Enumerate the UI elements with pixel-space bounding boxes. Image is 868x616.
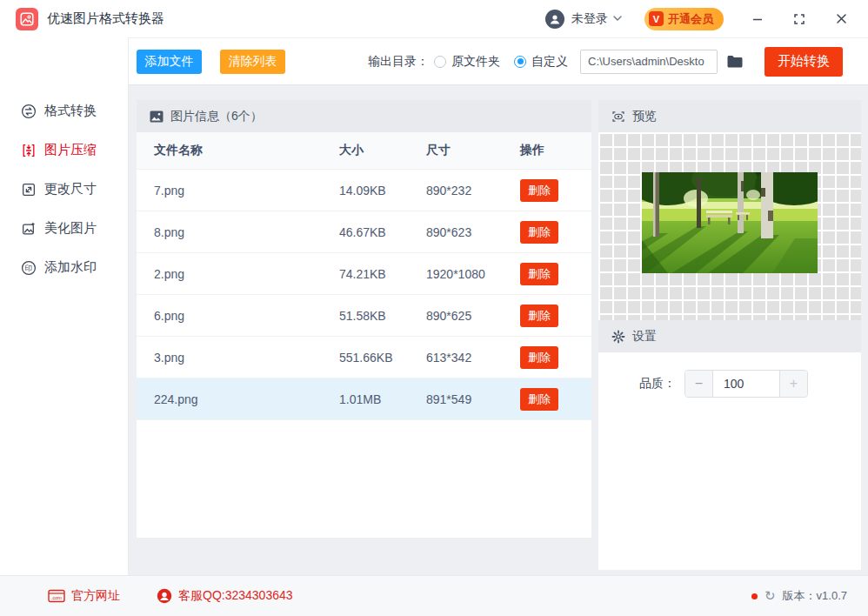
official-website-label: 官方网址 (71, 588, 120, 604)
quality-decrease-button[interactable]: − (685, 371, 713, 397)
file-action-cell: 删除 (520, 346, 591, 369)
clear-list-button[interactable]: 清除列表 (220, 50, 285, 74)
file-action-cell: 删除 (520, 305, 591, 327)
file-size-cell: 74.21KB (339, 267, 426, 281)
sidebar-item-label: 格式转换 (44, 103, 97, 119)
status-dot (751, 593, 758, 599)
table-row[interactable]: 224.png 1.01MB 891*549 删除 (137, 378, 591, 420)
file-action-cell: 删除 (520, 179, 591, 202)
output-path-input[interactable] (580, 50, 718, 74)
version-area: ↻ 版本：v1.0.7 (751, 588, 847, 604)
sidebar-item-image-compress[interactable]: 图片压缩 (0, 131, 128, 170)
image-compress-icon (21, 143, 37, 158)
maximize-button[interactable] (791, 11, 807, 27)
output-dir-label: 输出目录： (368, 54, 429, 70)
delete-button[interactable]: 删除 (520, 346, 558, 369)
app-window: 优速图片格式转换器 未登录 V 开通会员 (0, 0, 868, 616)
sidebar-item-label: 添加水印 (44, 259, 97, 276)
table-row[interactable]: 6.png 51.58KB 890*625 删除 (137, 295, 591, 337)
quality-stepper: − + (684, 370, 808, 398)
sidebar-item-resize[interactable]: 更改尺寸 (0, 170, 128, 209)
table-row[interactable]: 2.png 74.21KB 1920*1080 删除 (137, 253, 591, 295)
settings-title: 设置 (632, 329, 657, 345)
preview-title: 预览 (632, 109, 657, 124)
file-name-cell: 224.png (154, 392, 339, 406)
col-action: 操作 (520, 143, 591, 158)
delete-button[interactable]: 删除 (520, 263, 558, 285)
footer-bar: .com 官方网址 客服QQ:3234303643 ↻ 版本：v1.0.7 (0, 575, 868, 616)
file-info-header: 图片信息（6个） (137, 100, 591, 132)
quality-increase-button[interactable]: + (779, 371, 807, 397)
file-name-cell: 6.png (154, 309, 339, 323)
service-qq-link[interactable]: 客服QQ:3234303643 (157, 588, 293, 604)
col-size: 大小 (339, 143, 426, 158)
file-action-cell: 删除 (520, 263, 591, 285)
file-size-cell: 51.58KB (339, 309, 426, 323)
file-info-title: 图片信息（6个） (170, 109, 263, 124)
service-qq-label: 客服QQ:3234303643 (178, 588, 293, 604)
right-panel: 预览 (598, 100, 861, 570)
table-row[interactable]: 7.png 14.09KB 890*232 删除 (137, 170, 591, 211)
folder-icon (726, 54, 744, 69)
preview-image[interactable] (642, 172, 818, 273)
beautify-image-icon (21, 221, 37, 237)
sidebar-item-watermark[interactable]: 印 添加水印 (0, 248, 128, 287)
file-dims-cell: 890*232 (426, 184, 520, 198)
radio-custom[interactable]: 自定义 (514, 54, 568, 70)
delete-button[interactable]: 删除 (520, 179, 558, 202)
sidebar-item-label: 图片压缩 (44, 142, 97, 158)
vip-button-label: 开通会员 (668, 11, 713, 27)
file-size-cell: 14.09KB (339, 184, 426, 198)
open-vip-button[interactable]: V 开通会员 (644, 8, 724, 30)
app-title: 优速图片格式转换器 (47, 10, 164, 27)
login-status[interactable]: 未登录 (571, 11, 608, 27)
customer-service-icon (157, 588, 172, 604)
start-convert-button[interactable]: 开始转换 (765, 47, 843, 77)
file-name-cell: 3.png (154, 351, 339, 365)
chevron-down-icon[interactable] (613, 16, 622, 22)
file-action-cell: 删除 (520, 388, 591, 411)
file-name-cell: 8.png (154, 225, 339, 239)
add-files-button[interactable]: 添加文件 (137, 50, 202, 74)
toolbar: 添加文件 清除列表 输出目录： 原文件夹 自定义 开始转换 (129, 37, 868, 85)
file-dims-cell: 613*342 (426, 351, 520, 365)
delete-button[interactable]: 删除 (520, 388, 558, 411)
sidebar-item-format-convert[interactable]: 格式转换 (0, 91, 128, 131)
close-button[interactable] (833, 11, 849, 27)
sidebar-item-label: 更改尺寸 (44, 181, 97, 198)
file-size-cell: 551.66KB (339, 351, 426, 365)
sidebar-item-label: 美化图片 (44, 220, 97, 237)
file-info-panel: 图片信息（6个） 文件名称 大小 尺寸 操作 7.png 14.09KB 890… (137, 100, 591, 538)
website-icon: .com (48, 589, 65, 603)
preview-eye-icon (611, 110, 625, 124)
minimize-button[interactable] (750, 11, 765, 27)
svg-text:.com: .com (51, 595, 62, 600)
settings-header: 设置 (598, 320, 861, 352)
version-label: 版本：v1.0.7 (783, 588, 847, 604)
refresh-icon[interactable]: ↻ (765, 588, 776, 604)
file-size-cell: 46.67KB (339, 225, 426, 239)
preview-header: 预览 (598, 100, 861, 132)
sidebar-nav: 格式转换 图片压缩 更改尺寸 美化图片 印 添加水印 (0, 37, 129, 575)
user-avatar-icon[interactable] (545, 10, 564, 29)
file-name-cell: 7.png (154, 184, 339, 198)
gear-icon (611, 330, 625, 344)
radio-custom-circle[interactable] (514, 56, 526, 68)
file-size-cell: 1.01MB (339, 392, 426, 406)
radio-original-folder[interactable]: 原文件夹 (434, 54, 500, 70)
delete-button[interactable]: 删除 (520, 221, 558, 244)
radio-original-circle[interactable] (434, 56, 446, 68)
delete-button[interactable]: 删除 (520, 305, 558, 327)
official-website-link[interactable]: .com 官方网址 (48, 588, 120, 604)
table-row[interactable]: 3.png 551.66KB 613*342 删除 (137, 337, 591, 378)
file-dims-cell: 1920*1080 (426, 267, 520, 281)
quality-setting: 品质： − + (598, 352, 861, 398)
sidebar-item-beautify[interactable]: 美化图片 (0, 209, 128, 248)
table-row[interactable]: 8.png 46.67KB 890*623 删除 (137, 211, 591, 253)
resize-icon (21, 182, 37, 198)
file-dims-cell: 890*625 (426, 309, 520, 323)
svg-text:印: 印 (25, 264, 32, 272)
browse-folder-button[interactable] (726, 54, 744, 69)
file-action-cell: 删除 (520, 221, 591, 244)
quality-input[interactable] (713, 371, 779, 397)
